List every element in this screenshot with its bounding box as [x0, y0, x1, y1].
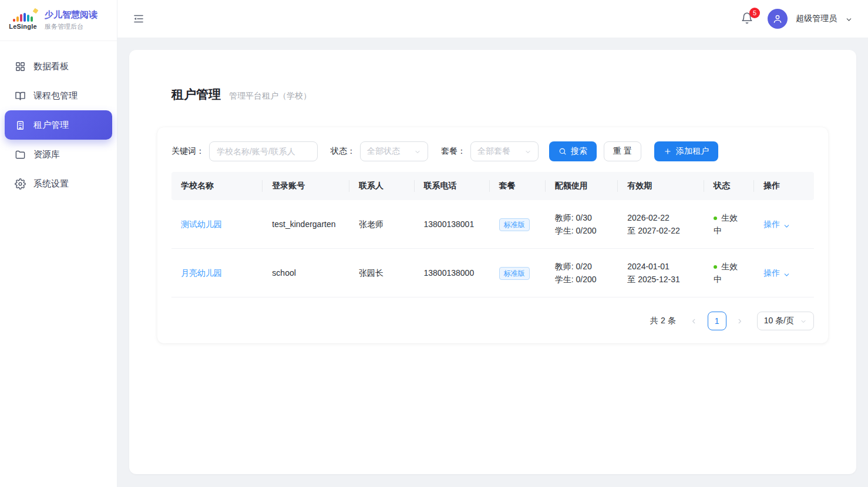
main-content: 租户管理 管理平台租户（学校） 关键词： 状态： 全部状态 套餐： — [117, 38, 868, 487]
chevron-right-icon — [736, 317, 743, 325]
sidebar-item-resources[interactable]: 资源库 — [5, 140, 112, 169]
col-school-name: 学校名称 — [171, 172, 263, 200]
keyword-label: 关键词： — [171, 146, 204, 157]
avatar[interactable] — [768, 9, 788, 29]
status-cell: 生效中 — [704, 200, 754, 249]
search-icon — [559, 147, 567, 155]
notifications-button[interactable]: 5 — [741, 12, 755, 26]
row-actions-dropdown[interactable]: 操作 — [763, 266, 790, 279]
sidebar-item-label: 数据看板 — [33, 61, 69, 72]
school-name-link[interactable]: 月亮幼儿园 — [181, 268, 222, 278]
book-icon — [15, 90, 26, 102]
brand-subtitle: 服务管理后台 — [45, 22, 97, 31]
dashboard-grid-icon — [15, 61, 26, 72]
plan-label: 套餐： — [441, 146, 466, 157]
page-title: 租户管理 — [171, 86, 221, 103]
chevron-down-icon — [783, 221, 790, 228]
contact-name: 张老师 — [349, 200, 414, 249]
login-account: school — [263, 249, 349, 297]
col-plan: 套餐 — [490, 172, 546, 200]
tenant-panel: 关键词： 状态： 全部状态 套餐： 全部套餐 — [157, 127, 828, 343]
status-dot-icon — [714, 217, 717, 220]
quota-teachers: 教师: 0/20 — [555, 260, 609, 273]
col-contact: 联系人 — [349, 172, 414, 200]
chevron-down-icon — [800, 317, 807, 324]
app-root: LeSingle 少儿智慧阅读 服务管理后台 数据看板 课程包管理 租户管理 — [0, 0, 868, 487]
sidebar-menu: 数据看板 课程包管理 租户管理 资源库 系统设置 — [0, 41, 117, 209]
validity-cell: 2024-01-01 至 2025-12-31 — [618, 249, 704, 297]
prev-page-button[interactable] — [685, 312, 703, 330]
brand-title: 少儿智慧阅读 — [45, 9, 97, 21]
status-select-value: 全部状态 — [367, 146, 400, 157]
pagination: 共 2 条 1 10 条/页 — [171, 312, 814, 330]
sidebar-item-tenants[interactable]: 租户管理 — [5, 110, 112, 140]
sidebar-item-label: 资源库 — [33, 149, 60, 160]
chevron-down-icon — [414, 148, 421, 155]
logo-bars-icon — [13, 11, 33, 22]
table-header-row: 学校名称 登录账号 联系人 联系电话 套餐 配额使用 有效期 状态 操作 — [171, 172, 814, 200]
page-size-select[interactable]: 10 条/页 — [757, 312, 814, 330]
filter-bar: 关键词： 状态： 全部状态 套餐： 全部套餐 — [171, 141, 814, 161]
quota-teachers: 教师: 0/30 — [555, 211, 609, 224]
user-icon — [772, 13, 783, 24]
quota-students: 学生: 0/200 — [555, 224, 609, 237]
sidebar-item-settings[interactable]: 系统设置 — [5, 169, 112, 198]
page-number-button[interactable]: 1 — [708, 312, 726, 330]
topbar: 5 超级管理员 — [117, 0, 868, 38]
page-subtitle: 管理平台租户（学校） — [229, 91, 311, 102]
col-actions: 操作 — [754, 172, 814, 200]
pagination-total: 共 2 条 — [650, 316, 676, 326]
table-row: 月亮幼儿园 school 张园长 13800138000 标准版 教师: 0/2… — [171, 249, 814, 297]
valid-from: 2026-02-22 — [627, 211, 695, 224]
status-cell: 生效中 — [704, 249, 754, 297]
quota-students: 学生: 0/200 — [555, 273, 609, 286]
plan-tag: 标准版 — [499, 218, 530, 231]
col-validity: 有效期 — [618, 172, 704, 200]
validity-cell: 2026-02-22 至 2027-02-22 — [618, 200, 704, 249]
status-label: 状态： — [331, 146, 355, 157]
col-status: 状态 — [704, 172, 754, 200]
sidebar-item-dashboard[interactable]: 数据看板 — [5, 52, 112, 81]
search-button[interactable]: 搜索 — [549, 141, 597, 161]
school-name-link[interactable]: 测试幼儿园 — [181, 219, 222, 229]
status-badge: 生效中 — [714, 213, 738, 235]
sidebar-item-label: 系统设置 — [33, 178, 69, 190]
keyword-input[interactable] — [209, 141, 318, 161]
quota-cell: 教师: 0/30 学生: 0/200 — [546, 200, 618, 249]
notification-badge: 5 — [749, 8, 760, 18]
col-phone: 联系电话 — [415, 172, 490, 200]
quota-cell: 教师: 0/20 学生: 0/200 — [546, 249, 618, 297]
plan-tag: 标准版 — [499, 267, 530, 280]
next-page-button[interactable] — [731, 312, 749, 330]
user-name[interactable]: 超级管理员 — [796, 13, 837, 24]
contact-phone: 13800138001 — [415, 200, 490, 249]
sidebar-collapse-icon[interactable] — [133, 13, 144, 25]
table-row: 测试幼儿园 test_kindergarten 张老师 13800138001 … — [171, 200, 814, 249]
plan-select[interactable]: 全部套餐 — [470, 141, 539, 161]
chevron-down-icon — [783, 269, 790, 277]
plan-select-value: 全部套餐 — [477, 146, 510, 157]
contact-phone: 13800138000 — [415, 249, 490, 297]
page-size-value: 10 条/页 — [764, 316, 794, 326]
building-icon — [15, 120, 26, 131]
status-select[interactable]: 全部状态 — [360, 141, 428, 161]
user-menu-chevron-down-icon[interactable] — [845, 15, 853, 23]
col-login-account: 登录账号 — [263, 172, 349, 200]
chevron-left-icon — [690, 317, 698, 325]
reset-button[interactable]: 重 置 — [604, 141, 641, 161]
status-dot-icon — [714, 265, 717, 269]
chevron-down-icon — [524, 148, 531, 155]
col-quota: 配额使用 — [546, 172, 618, 200]
lesingle-logo-icon: LeSingle — [7, 11, 39, 30]
valid-to: 至 2025-12-31 — [627, 273, 695, 286]
sidebar-item-label: 租户管理 — [33, 120, 69, 131]
sidebar-item-course-packages[interactable]: 课程包管理 — [5, 81, 112, 110]
page-card: 租户管理 管理平台租户（学校） 关键词： 状态： 全部状态 套餐： — [129, 50, 856, 474]
plus-icon — [664, 147, 672, 155]
folder-icon — [15, 149, 26, 160]
valid-from: 2024-01-01 — [627, 260, 695, 273]
status-badge: 生效中 — [714, 262, 738, 284]
tenant-table: 学校名称 登录账号 联系人 联系电话 套餐 配额使用 有效期 状态 操作 — [171, 172, 814, 297]
row-actions-dropdown[interactable]: 操作 — [763, 218, 790, 231]
add-tenant-button[interactable]: 添加租户 — [654, 141, 718, 161]
